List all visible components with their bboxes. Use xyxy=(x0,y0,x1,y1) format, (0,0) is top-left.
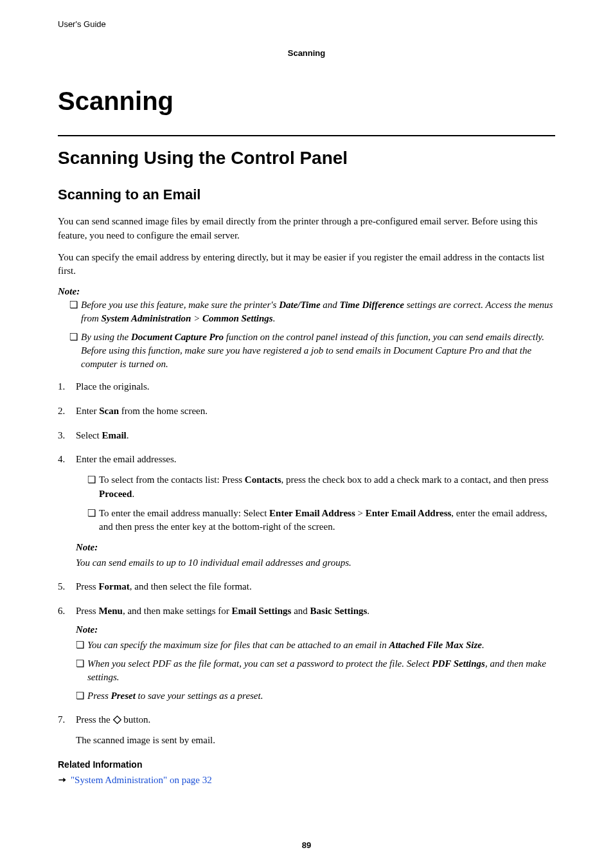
step-4-sub-2: To enter the email address manually: Sel… xyxy=(87,507,555,535)
step-6-note-3: Press Preset to save your settings as a … xyxy=(76,689,555,703)
step-6-note-list: You can specify the maximum size for fil… xyxy=(76,638,555,703)
guide-label: User's Guide xyxy=(58,19,555,29)
arrow-right-icon xyxy=(58,775,67,784)
intro-paragraph-1: You can send scanned image files by emai… xyxy=(58,215,555,243)
note-label: Note: xyxy=(76,541,555,555)
step-6-note-2: When you select PDF as the file format, … xyxy=(76,657,555,684)
top-note-item-2: By using the Document Capture Pro functi… xyxy=(69,330,555,371)
step-4-sub-1: To select from the contacts list: Press … xyxy=(87,473,555,502)
step-4: Enter the email addresses. To select fro… xyxy=(58,453,555,570)
section-header: Scanning xyxy=(58,48,555,58)
heading-2: Scanning Using the Control Panel xyxy=(58,148,555,168)
step-7-result: The scanned image is sent by email. xyxy=(76,734,555,748)
note-label: Note: xyxy=(76,623,555,637)
intro-paragraph-2: You can specify the email address by ent… xyxy=(58,251,555,279)
step-6: Press Menu, and then make settings for E… xyxy=(58,604,555,703)
top-note-list: Before you use this feature, make sure t… xyxy=(58,298,555,371)
svg-marker-0 xyxy=(113,716,121,724)
page-title: Scanning xyxy=(58,87,555,116)
divider xyxy=(58,135,555,136)
step-5: Press Format, and then select the file f… xyxy=(58,580,555,594)
step-4-note: Note: You can send emails to up to 10 in… xyxy=(76,541,555,570)
related-link-row: "System Administration" on page 32 xyxy=(58,775,555,786)
top-note-item-1: Before you use this feature, make sure t… xyxy=(69,298,555,325)
step-4-sublist: To select from the contacts list: Press … xyxy=(76,473,555,534)
note-label: Note: xyxy=(58,286,555,297)
steps-list: Place the originals. Enter Scan from the… xyxy=(58,380,555,748)
page-number: 89 xyxy=(0,840,613,850)
step-4-note-text: You can send emails to up to 10 individu… xyxy=(76,556,555,570)
related-heading: Related Information xyxy=(58,759,555,770)
diamond-icon xyxy=(113,714,121,723)
related-link-1[interactable]: "System Administration" on page 32 xyxy=(71,775,212,786)
heading-3: Scanning to an Email xyxy=(58,186,555,203)
step-6-note: Note: You can specify the maximum size f… xyxy=(76,623,555,703)
step-2: Enter Scan from the home screen. xyxy=(58,404,555,419)
step-3: Select Email. xyxy=(58,429,555,443)
step-7: Press the button. The scanned image is s… xyxy=(58,713,555,748)
step-6-note-1: You can specify the maximum size for fil… xyxy=(76,638,555,652)
step-1: Place the originals. xyxy=(58,380,555,394)
